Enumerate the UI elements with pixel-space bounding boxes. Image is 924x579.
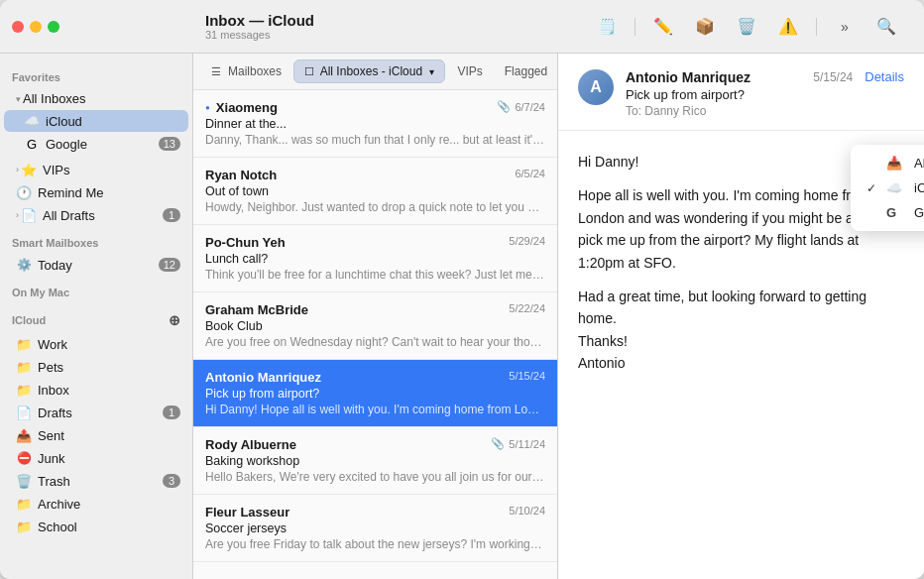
message-header: Graham McBride 5/22/24: [205, 302, 545, 317]
message-item[interactable]: Fleur Lasseur 5/10/24 Soccer jerseys Are…: [193, 495, 557, 562]
all-inboxes-filter-tab[interactable]: ☐ All Inboxes - iCloud ▾: [293, 59, 445, 83]
sidebar-item-all-drafts[interactable]: › 📄 All Drafts 1: [4, 204, 188, 226]
all-inboxes-chevron: ▾: [16, 94, 21, 104]
window-header: Inbox — iCloud 31 messages 🗒️ ✏️ 📦: [0, 0, 924, 54]
favorites-label: Favorites: [0, 61, 192, 87]
today-badge: 12: [159, 258, 180, 272]
sidebar-item-junk[interactable]: ⛔ Junk: [4, 447, 188, 469]
sidebar-item-trash[interactable]: 🗑️ Trash 3: [4, 470, 188, 492]
toolbar-icons: 🗒️ ✏️ 📦 🗑️ ⚠️: [593, 13, 900, 41]
message-preview: Are you free on Wednesday night? Can't w…: [205, 335, 545, 349]
dropdown-item-all-inboxes[interactable]: 📥 All Inboxes: [855, 151, 924, 175]
message-sender: Fleur Lasseur: [205, 505, 289, 520]
sidebar-item-today[interactable]: ⚙️ Today 12: [4, 254, 188, 276]
school-label: School: [38, 520, 180, 534]
compose-icon: ✏️: [653, 17, 673, 36]
sidebar-item-icloud[interactable]: ☁️ iCloud: [4, 110, 188, 132]
inbox-title: Inbox — iCloud: [205, 12, 314, 29]
avatar-initial: A: [590, 78, 602, 96]
junk-button[interactable]: ⚠️: [774, 13, 802, 41]
sidebar-item-remind-me[interactable]: 🕐 Remind Me: [4, 181, 188, 203]
sidebar-item-all-inboxes[interactable]: ▾ All Inboxes: [4, 88, 188, 109]
fullscreen-button[interactable]: [48, 21, 59, 33]
messages-list: ● Xiaomeng 📎 6/7/24 Dinner at the... Dan…: [193, 90, 557, 579]
message-item[interactable]: Rody Albuerne 📎 5/11/24 Baking workshop …: [193, 427, 557, 495]
message-date: 6/7/24: [515, 101, 545, 113]
dropdown-item-google[interactable]: G Google: [855, 200, 924, 225]
sidebar: Favorites ▾ All Inboxes ☁️ iCloud G Goog…: [0, 54, 193, 579]
reading-header: A Antonio Manriquez 5/15/24 Details Pick…: [558, 54, 924, 131]
vips-chevron: ›: [16, 165, 19, 174]
message-preview: Think you'll be free for a lunchtime cha…: [205, 268, 545, 282]
minimize-button[interactable]: [30, 21, 42, 33]
reading-to: To: Danny Rico: [626, 104, 904, 118]
sidebar-item-sent[interactable]: 📤 Sent: [4, 424, 188, 446]
filter-dropdown: 📥 All Inboxes ✓ ☁️ iCloud G Google: [851, 145, 924, 231]
sidebar-item-pets[interactable]: 📁 Pets: [4, 356, 188, 378]
add-mailbox-icon[interactable]: ⊕: [169, 312, 180, 328]
compose-button[interactable]: ✏️: [649, 13, 677, 41]
sent-icon: 📤: [16, 427, 32, 443]
message-preview: Hi Danny! Hope all is well with you. I'm…: [205, 403, 545, 416]
trash-badge: 3: [163, 474, 180, 488]
message-sender: Xiaomeng: [216, 100, 278, 115]
all-drafts-icon: 📄: [21, 207, 37, 223]
dropdown-icloud-icon: ☁️: [886, 180, 906, 195]
trash-icon: 🗑️: [16, 473, 32, 489]
message-preview: Hello Bakers, We're very excited to have…: [205, 470, 545, 484]
archive-folder-icon: 📁: [16, 496, 32, 512]
sidebar-item-google[interactable]: G Google 13: [4, 133, 188, 155]
sidebar-item-school[interactable]: 📁 School: [4, 516, 188, 537]
message-subject: Out of town: [205, 184, 545, 198]
attachment-icon: 📎: [497, 100, 511, 113]
message-item[interactable]: ● Xiaomeng 📎 6/7/24 Dinner at the... Dan…: [193, 90, 557, 158]
body-para2: Had a great time, but looking forward to…: [578, 286, 904, 375]
flagged-filter-tab[interactable]: Flagged: [495, 60, 557, 82]
message-item-selected[interactable]: Antonio Manriquez 5/15/24 Pick up from a…: [193, 360, 557, 427]
message-date: 5/29/24: [509, 235, 545, 247]
message-subject: Baking workshop: [205, 454, 545, 468]
message-item[interactable]: Ryan Notch 6/5/24 Out of town Howdy, Nei…: [193, 158, 557, 225]
more-button[interactable]: »: [831, 13, 859, 41]
trash-label: Trash: [38, 474, 163, 489]
dropdown-google-label: Google: [914, 205, 924, 220]
sidebar-item-inbox[interactable]: 📁 Inbox: [4, 379, 188, 401]
details-button[interactable]: Details: [865, 69, 904, 84]
delete-button[interactable]: 🗑️: [733, 13, 760, 41]
message-item[interactable]: Po-Chun Yeh 5/29/24 Lunch call? Think yo…: [193, 225, 557, 292]
title-area: Inbox — iCloud 31 messages: [205, 12, 314, 41]
sidebar-item-drafts[interactable]: 📄 Drafts 1: [4, 402, 188, 423]
middle-panel: ☰ Mailboxes ☐ All Inboxes - iCloud ▾ VIP…: [193, 54, 558, 579]
main-content: Favorites ▾ All Inboxes ☁️ iCloud G Goog…: [0, 54, 924, 579]
google-badge: 13: [159, 137, 180, 151]
filter-icon: ☐: [304, 65, 314, 77]
mailboxes-label: Mailboxes: [228, 64, 282, 78]
sidebar-item-vips[interactable]: › ⭐ VIPs: [4, 159, 188, 180]
pets-icon: 📁: [16, 359, 32, 375]
avatar: A: [578, 69, 614, 105]
message-preview: Danny, Thank... was so much fun that I o…: [205, 133, 545, 147]
archive-button[interactable]: 📦: [691, 13, 719, 41]
icloud-label: iCloud: [46, 114, 180, 129]
message-date: 5/10/24: [509, 505, 545, 517]
search-button[interactable]: 🔍: [872, 13, 900, 41]
message-header: Rody Albuerne 📎 5/11/24: [205, 437, 545, 452]
more-icon: »: [841, 19, 849, 35]
sidebar-item-archive[interactable]: 📁 Archive: [4, 493, 188, 515]
mailboxes-tab[interactable]: ☰ Mailboxes: [201, 60, 291, 82]
message-item[interactable]: Graham McBride 5/22/24 Book Club Are you…: [193, 292, 557, 360]
mail-window: Inbox — iCloud 31 messages 🗒️ ✏️ 📦: [0, 0, 924, 579]
vips-filter-tab[interactable]: VIPs: [447, 60, 492, 82]
message-sender: Po-Chun Yeh: [205, 235, 286, 250]
note-icon-button[interactable]: 🗒️: [593, 13, 621, 41]
sidebar-item-work[interactable]: 📁 Work: [4, 333, 188, 355]
google-label: Google: [46, 137, 159, 152]
message-sender: Antonio Manriquez: [205, 370, 321, 385]
dropdown-item-icloud[interactable]: ✓ ☁️ iCloud: [855, 175, 924, 200]
close-button[interactable]: [12, 21, 24, 33]
content-header: Inbox — iCloud 31 messages 🗒️ ✏️ 📦: [193, 12, 912, 41]
archive-icon: 📦: [695, 17, 715, 36]
junk-folder-icon: ⛔: [16, 450, 32, 466]
remind-me-label: Remind Me: [38, 185, 180, 200]
dropdown-icloud-label: iCloud: [914, 180, 924, 195]
